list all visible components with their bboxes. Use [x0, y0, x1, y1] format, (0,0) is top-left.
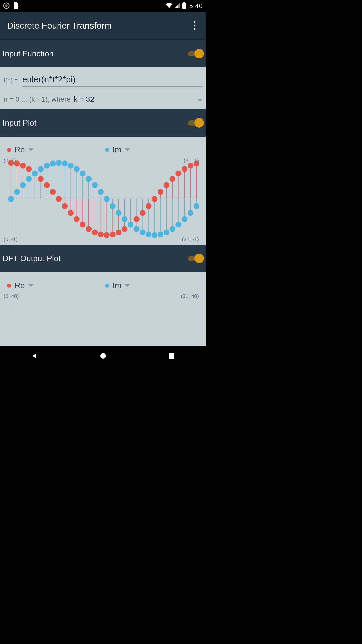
svg-point-107: [14, 189, 20, 195]
chevron-down-icon: [125, 284, 132, 287]
svg-point-117: [74, 166, 80, 172]
svg-point-119: [86, 176, 92, 182]
svg-point-85: [74, 216, 80, 222]
nav-recents-button[interactable]: [160, 350, 183, 362]
svg-point-112: [44, 163, 50, 168]
svg-point-102: [175, 171, 181, 176]
chevron-down-icon: [197, 99, 202, 102]
svg-point-83: [62, 203, 68, 209]
section-header-input-function: Input Function: [0, 40, 206, 67]
axis-label-tl: (0, 1): [4, 157, 16, 164]
svg-rect-3: [16, 3, 16, 4]
section-title: Input Function: [3, 49, 54, 58]
cell-signal-icon: [174, 3, 180, 10]
status-clock: 5:40: [189, 2, 203, 10]
axis-label-tr: (31, 40): [181, 293, 199, 299]
svg-point-101: [170, 176, 175, 182]
svg-point-109: [26, 176, 32, 182]
svg-point-1: [5, 4, 8, 7]
axis-label-tr: (31, 1): [184, 157, 199, 164]
svg-point-76: [20, 163, 26, 168]
svg-point-77: [26, 166, 32, 172]
svg-point-108: [20, 182, 26, 188]
svg-point-91: [110, 232, 116, 237]
svg-point-116: [68, 163, 74, 168]
svg-point-110: [32, 171, 38, 176]
svg-point-120: [92, 182, 98, 188]
svg-rect-140: [169, 353, 174, 359]
battery-icon: [182, 2, 186, 10]
svg-point-99: [158, 189, 163, 195]
section-header-input-plot: Input Plot: [0, 109, 206, 137]
svg-point-97: [146, 203, 151, 209]
status-bar: 5:40: [0, 0, 206, 12]
red-dot-icon: [7, 284, 11, 288]
svg-point-98: [152, 196, 157, 202]
svg-point-126: [128, 222, 133, 227]
legend-im-selector-dft[interactable]: Im: [103, 279, 201, 292]
svg-point-121: [98, 189, 104, 195]
svg-point-136: [188, 210, 193, 216]
legend-im-selector[interactable]: Im: [103, 144, 201, 156]
svg-rect-4: [17, 3, 17, 4]
axis-label-bl: (0, -1): [4, 236, 18, 243]
svg-rect-5: [183, 2, 185, 3]
legend-re-label: Re: [15, 281, 25, 290]
page-title: Discrete Fourier Transform: [7, 21, 112, 31]
svg-point-82: [56, 196, 62, 202]
legend-im-label: Im: [113, 145, 122, 154]
svg-point-80: [44, 182, 50, 188]
sd-card-icon: [13, 2, 19, 10]
legend-re-selector-dft[interactable]: Re: [5, 279, 103, 292]
svg-point-118: [80, 171, 85, 176]
input-plot-toggle[interactable]: [188, 118, 203, 128]
svg-rect-2: [15, 3, 15, 4]
chart-svg: [7, 156, 199, 242]
chevron-down-icon: [28, 284, 36, 287]
dft-output-chart[interactable]: (0, 40) (31, 40): [4, 292, 202, 308]
k-value: k = 32: [74, 95, 95, 103]
legend-re-selector[interactable]: Re: [5, 144, 103, 156]
blue-dot-icon: [105, 148, 109, 152]
function-input[interactable]: [22, 74, 202, 87]
nav-back-button[interactable]: [23, 350, 46, 362]
svg-point-125: [122, 216, 127, 222]
section-title: DFT Output Plot: [3, 254, 61, 263]
svg-point-103: [182, 166, 187, 172]
svg-point-86: [80, 222, 85, 227]
svg-point-96: [140, 210, 146, 216]
section-title: Input Plot: [3, 118, 36, 128]
section-header-dft-output-plot: DFT Output Plot: [0, 245, 206, 272]
input-plot-panel: Re Im (0, 1) (31, 1) (0, -1) (31, -1): [0, 137, 206, 245]
svg-point-90: [104, 232, 110, 238]
axis-label-br: (31, -1): [182, 236, 199, 243]
svg-point-84: [68, 210, 74, 216]
fn-label: f(n) =: [4, 77, 18, 84]
svg-point-113: [50, 160, 56, 166]
svg-point-129: [146, 232, 151, 237]
svg-point-93: [122, 226, 127, 232]
nav-home-button[interactable]: [92, 350, 114, 362]
svg-point-133: [170, 226, 175, 232]
app-bar: Discrete Fourier Transform: [0, 12, 206, 39]
chevron-down-icon: [125, 148, 132, 151]
overflow-menu-button[interactable]: [190, 18, 199, 33]
chart-svg-partial: [7, 292, 199, 307]
svg-point-79: [38, 176, 44, 182]
svg-point-124: [116, 210, 121, 216]
svg-point-106: [8, 196, 14, 202]
svg-point-88: [92, 229, 98, 235]
input-plot-chart[interactable]: (0, 1) (31, 1) (0, -1) (31, -1): [4, 156, 202, 243]
svg-point-122: [104, 196, 110, 202]
svg-point-92: [116, 229, 121, 235]
svg-point-111: [38, 166, 44, 172]
axis-label-tl: (0, 40): [4, 293, 19, 299]
blue-dot-icon: [105, 284, 109, 288]
svg-point-130: [152, 232, 157, 238]
svg-point-132: [164, 229, 169, 235]
k-label: n = 0 ... (k - 1), where: [4, 95, 71, 103]
input-function-toggle[interactable]: [188, 49, 203, 58]
k-selector[interactable]: n = 0 ... (k - 1), where k = 32: [4, 95, 202, 103]
dft-output-plot-toggle[interactable]: [188, 254, 203, 263]
svg-point-131: [158, 232, 163, 237]
